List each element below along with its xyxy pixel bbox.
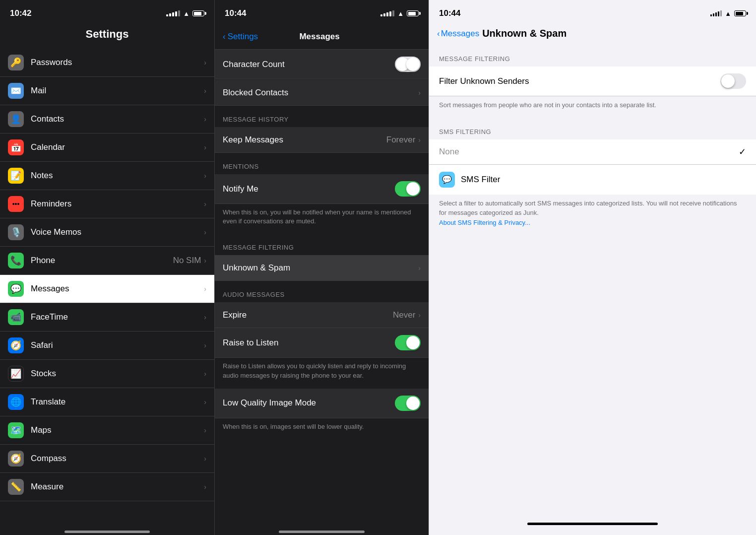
keep-messages-item[interactable]: Keep Messages Forever ›: [215, 127, 429, 153]
mail-icon: ✉️: [8, 83, 24, 99]
translate-chevron: ›: [204, 398, 206, 406]
raise-to-listen-item[interactable]: Raise to Listen: [215, 328, 429, 358]
wifi-icon-3: ▲: [725, 10, 731, 17]
filter-unknown-item[interactable]: Filter Unknown Senders: [429, 67, 756, 96]
sms-none-item[interactable]: None ✓: [429, 139, 756, 165]
calendar-chevron: ›: [204, 143, 206, 151]
settings-item-compass[interactable]: 🧭 Compass ›: [0, 445, 214, 473]
settings-item-mail[interactable]: ✉️ Mail ›: [0, 77, 214, 105]
filter-unknown-label: Filter Unknown Senders: [439, 76, 720, 86]
keep-messages-label: Keep Messages: [223, 135, 386, 145]
back-chevron-3: ‹: [437, 29, 440, 39]
low-quality-section: Low Quality Image Mode: [215, 389, 429, 418]
home-indicator-3: [527, 523, 658, 525]
settings-item-facetime[interactable]: 📹 FaceTime ›: [0, 303, 214, 332]
battery-icon-3: [734, 10, 746, 16]
back-button-3[interactable]: ‹ Messages: [437, 29, 479, 39]
sms-about-link[interactable]: About SMS Filtering & Privacy...: [439, 219, 530, 226]
low-quality-item[interactable]: Low Quality Image Mode: [215, 389, 429, 418]
sms-filter-item[interactable]: 💬 SMS Filter: [429, 165, 756, 195]
audio-messages-header: AUDIO MESSAGES: [215, 281, 429, 302]
character-count-label: Character Count: [223, 60, 395, 69]
measure-icon: 📏: [8, 479, 24, 495]
notify-me-label: Notify Me: [223, 184, 395, 194]
settings-item-translate[interactable]: 🌐 Translate ›: [0, 388, 214, 416]
blocked-contacts-chevron: ›: [418, 89, 421, 97]
maps-label: Maps: [31, 425, 204, 435]
stocks-icon: 📈: [8, 366, 24, 382]
notify-me-subtext: When this is on, you will be notified wh…: [215, 204, 429, 234]
compass-chevron: ›: [204, 455, 206, 463]
signal-icon-3: [710, 10, 722, 16]
mentions-header: MENTIONS: [215, 153, 429, 174]
settings-item-safari[interactable]: 🧭 Safari ›: [0, 332, 214, 360]
notify-me-item[interactable]: Notify Me: [215, 174, 429, 204]
safari-chevron: ›: [204, 341, 206, 349]
blocked-contacts-item[interactable]: Blocked Contacts ›: [215, 80, 429, 106]
phone-value: No SIM: [173, 256, 201, 266]
p3-message-filtering-header: MESSAGE FILTERING: [429, 45, 756, 67]
settings-item-stocks[interactable]: 📈 Stocks ›: [0, 360, 214, 388]
reminders-chevron: ›: [204, 200, 206, 208]
settings-item-contacts[interactable]: 👤 Contacts ›: [0, 105, 214, 134]
sms-filter-label: SMS Filter: [461, 175, 746, 185]
safari-icon: 🧭: [8, 337, 24, 353]
voice-memos-chevron: ›: [204, 228, 206, 236]
status-icons-3: ▲: [710, 10, 746, 17]
compass-icon: 🧭: [8, 451, 24, 467]
maps-icon: 🗺️: [8, 422, 24, 438]
status-bar-3: 10:44 ▲: [429, 0, 756, 24]
settings-item-phone[interactable]: 📞 Phone No SIM ›: [0, 247, 214, 275]
sms-about-text: Select a filter to automatically sort SM…: [429, 195, 756, 232]
blocked-section: Blocked Contacts ›: [215, 80, 429, 106]
settings-item-messages[interactable]: 💬 Messages ›: [0, 275, 214, 303]
passwords-label: Passwords: [31, 58, 204, 67]
unknown-spam-label: Unknown & Spam: [223, 263, 418, 273]
notes-label: Notes: [31, 171, 204, 181]
character-count-item[interactable]: Character Count: [215, 50, 429, 79]
notify-me-toggle[interactable]: [395, 181, 421, 197]
facetime-icon: 📹: [8, 309, 24, 325]
message-history-section: MESSAGE HISTORY Keep Messages Forever ›: [215, 106, 429, 153]
low-quality-toggle[interactable]: [395, 396, 421, 411]
raise-to-listen-toggle[interactable]: [395, 335, 421, 350]
sms-about-body: Select a filter to automatically sort SM…: [439, 200, 737, 217]
unknown-spam-chevron: ›: [418, 264, 421, 272]
status-icons-2: ▲: [380, 10, 419, 17]
filter-unknown-toggle[interactable]: [720, 73, 746, 89]
character-count-toggle[interactable]: [395, 57, 421, 72]
settings-item-reminders[interactable]: ••• Reminders ›: [0, 190, 214, 218]
expire-item[interactable]: Expire Never ›: [215, 302, 429, 328]
home-indicator-1: [64, 531, 150, 533]
back-button-2[interactable]: ‹ Settings: [223, 32, 258, 42]
contacts-label: Contacts: [31, 114, 204, 124]
expire-label: Expire: [223, 310, 393, 320]
settings-item-voice-memos[interactable]: 🎙️ Voice Memos ›: [0, 218, 214, 247]
maps-chevron: ›: [204, 426, 206, 434]
facetime-label: FaceTime: [31, 312, 204, 322]
settings-item-maps[interactable]: 🗺️ Maps ›: [0, 416, 214, 445]
stocks-label: Stocks: [31, 369, 204, 379]
back-label-3: Messages: [441, 29, 479, 39]
settings-item-passwords[interactable]: 🔑 Passwords ›: [0, 49, 214, 77]
keep-messages-chevron: ›: [418, 136, 421, 144]
reminders-label: Reminders: [31, 199, 204, 209]
facetime-chevron: ›: [204, 313, 206, 321]
contacts-chevron: ›: [204, 115, 206, 123]
nav-title-2: Messages: [258, 32, 381, 42]
panel1-title: Settings: [0, 24, 214, 49]
expire-chevron: ›: [418, 311, 421, 319]
home-indicator-2: [279, 531, 364, 533]
settings-item-calendar[interactable]: 📅 Calendar ›: [0, 134, 214, 162]
filter-unknown-subtext: Sort messages from people who are not in…: [429, 96, 756, 118]
panel-settings: 10:42 ▲ Settings 🔑 Passwords › ✉️ Ma: [0, 0, 214, 535]
mail-chevron: ›: [204, 87, 206, 95]
time-2: 10:44: [225, 8, 246, 18]
settings-item-measure[interactable]: 📏 Measure ›: [0, 473, 214, 501]
mail-label: Mail: [31, 86, 204, 96]
unknown-spam-item[interactable]: Unknown & Spam ›: [215, 255, 429, 281]
time-3: 10:44: [439, 8, 460, 18]
signal-icon-1: [166, 10, 180, 16]
settings-item-notes[interactable]: 📝 Notes ›: [0, 162, 214, 190]
nav-title-3: Unknown & Spam: [482, 28, 748, 39]
